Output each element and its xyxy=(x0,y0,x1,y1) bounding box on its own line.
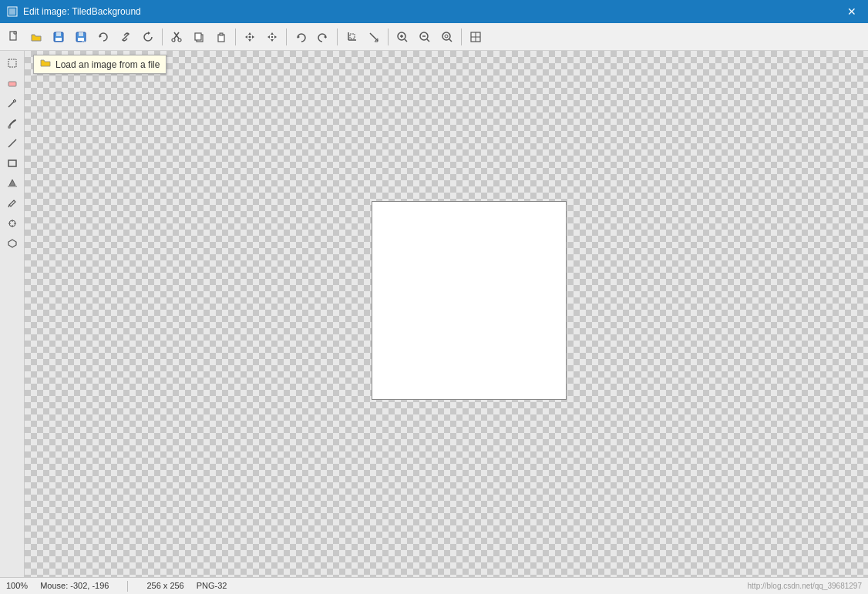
close-button[interactable]: ✕ xyxy=(842,3,862,20)
eyedropper-tool[interactable] xyxy=(3,194,22,213)
svg-rect-52 xyxy=(8,82,16,86)
svg-point-55 xyxy=(8,126,11,129)
svg-line-47 xyxy=(449,39,452,42)
link-button[interactable] xyxy=(115,26,136,48)
zoom-level: 100% xyxy=(6,581,28,592)
brush-tool[interactable] xyxy=(3,114,22,133)
refresh-button[interactable] xyxy=(137,26,159,48)
zoom-fit-button[interactable] xyxy=(436,26,458,48)
svg-rect-35 xyxy=(350,34,355,39)
svg-line-56 xyxy=(8,139,16,147)
svg-rect-1 xyxy=(9,8,15,15)
crop-button[interactable] xyxy=(341,26,362,48)
svg-marker-22 xyxy=(248,39,251,42)
statusbar-left: 100% Mouse: -302, -196 256 x 256 PNG-32 xyxy=(6,581,748,592)
svg-line-44 xyxy=(427,39,429,42)
sep-6 xyxy=(461,29,462,45)
canvas-area[interactable] xyxy=(25,51,868,577)
move-button[interactable] xyxy=(239,26,261,48)
crosshair-tool[interactable] xyxy=(3,214,22,233)
svg-rect-58 xyxy=(8,186,17,187)
svg-marker-26 xyxy=(271,32,274,35)
svg-line-59 xyxy=(8,205,9,207)
main-area xyxy=(0,51,868,577)
open-button[interactable] xyxy=(25,26,47,48)
toolbar: A xyxy=(0,23,868,51)
canvas-inner xyxy=(25,51,857,552)
svg-text:A: A xyxy=(82,39,85,43)
save-button[interactable] xyxy=(48,26,69,48)
polygon-tool[interactable] xyxy=(3,234,22,253)
svg-marker-65 xyxy=(8,240,16,247)
rectangle-tool[interactable] xyxy=(3,154,22,173)
sep-3 xyxy=(286,29,287,45)
image-canvas xyxy=(372,201,567,400)
grid-button[interactable] xyxy=(465,26,486,48)
mouse-label-text: Mouse: -302, -196 xyxy=(40,581,109,590)
toolbox xyxy=(0,51,25,577)
svg-marker-23 xyxy=(245,35,247,39)
window-title: Edit image: TiledBackground xyxy=(23,6,842,17)
svg-point-25 xyxy=(249,35,251,38)
app-icon xyxy=(6,5,19,18)
transform-button[interactable] xyxy=(363,26,385,48)
sep-2 xyxy=(235,29,236,45)
svg-marker-21 xyxy=(248,32,251,35)
svg-point-15 xyxy=(172,39,175,42)
svg-marker-10 xyxy=(99,35,102,38)
svg-rect-4 xyxy=(56,32,61,36)
save-as-button[interactable]: A xyxy=(70,26,92,48)
svg-rect-7 xyxy=(79,32,83,36)
svg-marker-29 xyxy=(274,35,277,39)
revert-button[interactable] xyxy=(93,26,114,48)
svg-point-16 xyxy=(178,39,181,42)
svg-marker-28 xyxy=(267,35,270,39)
align-button[interactable] xyxy=(261,26,283,48)
image-size: 256 x 256 xyxy=(146,581,183,592)
undo-button[interactable] xyxy=(290,26,311,48)
svg-point-45 xyxy=(442,32,450,40)
sep-5 xyxy=(388,29,389,45)
svg-rect-5 xyxy=(56,38,62,41)
svg-marker-31 xyxy=(298,35,300,39)
svg-rect-51 xyxy=(8,59,16,67)
mouse-label: Mouse: -302, -196 xyxy=(40,581,109,592)
statusbar-url: http://blog.csdn.net/qq_39681297 xyxy=(748,582,862,590)
zoom-out-button[interactable] xyxy=(414,26,436,48)
statusbar: 100% Mouse: -302, -196 256 x 256 PNG-32 … xyxy=(0,577,868,594)
copy-button[interactable] xyxy=(188,26,210,48)
tooltip-load-image: Load an image from a file xyxy=(33,55,167,74)
svg-rect-30 xyxy=(271,36,273,38)
new-button[interactable] xyxy=(3,26,25,48)
svg-rect-57 xyxy=(8,160,16,166)
svg-point-46 xyxy=(445,35,448,38)
sep-4 xyxy=(337,29,338,45)
pencil-tool[interactable] xyxy=(3,94,22,112)
svg-marker-32 xyxy=(324,35,326,39)
image-format: PNG-32 xyxy=(197,581,227,592)
status-separator xyxy=(127,581,128,592)
svg-rect-20 xyxy=(220,33,223,35)
svg-line-11 xyxy=(124,35,127,39)
eraser-tool[interactable] xyxy=(3,74,22,92)
title-bar: Edit image: TiledBackground ✕ xyxy=(0,0,868,23)
zoom-in-button[interactable] xyxy=(392,26,413,48)
fill-tool[interactable] xyxy=(3,174,22,193)
line-tool[interactable] xyxy=(3,134,22,153)
svg-rect-18 xyxy=(195,33,201,40)
redo-button[interactable] xyxy=(312,26,334,48)
cut-button[interactable] xyxy=(166,26,187,48)
svg-marker-27 xyxy=(271,39,274,42)
sep-1 xyxy=(162,29,163,45)
svg-marker-24 xyxy=(252,35,254,39)
paste-button[interactable] xyxy=(210,26,232,48)
svg-marker-12 xyxy=(148,32,150,35)
svg-line-41 xyxy=(405,39,407,42)
tooltip-text: Load an image from a file xyxy=(56,59,160,70)
folder-icon xyxy=(40,59,51,70)
selection-tool[interactable] xyxy=(3,54,22,72)
